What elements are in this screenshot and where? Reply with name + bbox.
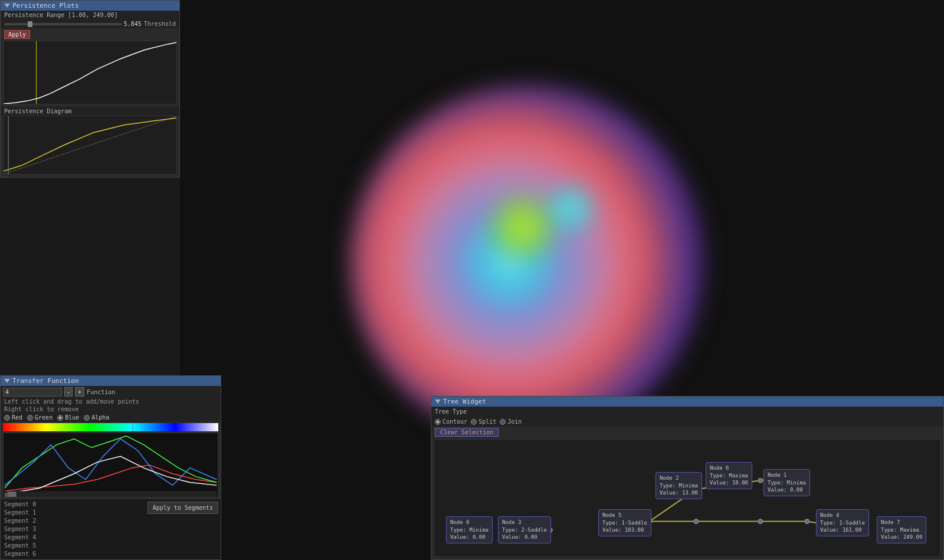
tf-channel-row: Red Green Blue Alpha xyxy=(1,413,221,422)
tf-radio-blue-circle xyxy=(57,415,63,421)
tf-blue-label: Blue xyxy=(65,414,79,421)
tf-title-bar: Transfer Function xyxy=(1,376,221,386)
tf-controls-row: - + Function xyxy=(1,386,221,398)
tf-title: Transfer Function xyxy=(12,377,79,385)
tf-graph-area[interactable] xyxy=(3,433,218,497)
tree-node-0[interactable]: Node 0 Type: Minima Value: 0.00 xyxy=(446,516,493,543)
persistence-plots-title: Persistence Plots xyxy=(12,2,79,9)
tree-widget-panel: Tree Widget Tree Type Contour Split Join… xyxy=(431,396,944,560)
tree-node-5[interactable]: Node 5 Type: 1-Saddle Value: 103.00 xyxy=(598,509,651,536)
tf-number-input[interactable] xyxy=(3,388,62,397)
tree-node-1[interactable]: Node 1 Type: Minima Value: 0.00 xyxy=(763,469,810,496)
tf-gradient-bar xyxy=(3,423,218,431)
tf-green-label: Green xyxy=(35,414,53,421)
list-item[interactable]: Segment 0 xyxy=(4,500,142,509)
threshold-slider[interactable] xyxy=(4,23,122,25)
svg-point-20 xyxy=(805,519,809,524)
tf-radio-green[interactable]: Green xyxy=(27,414,53,421)
threshold-value: 5.845 xyxy=(124,21,142,27)
persistence-curve-svg xyxy=(4,41,176,104)
threshold-slider-row: 5.845 Threshold xyxy=(1,19,179,28)
sphere-glow xyxy=(350,86,704,440)
tw-split-radio xyxy=(471,419,477,425)
tw-join-label: Join xyxy=(507,418,522,425)
list-item[interactable]: Segment 5 xyxy=(4,542,142,550)
tw-collapse-icon[interactable] xyxy=(435,399,441,404)
tw-split-label: Split xyxy=(478,418,496,425)
tf-radio-red-circle xyxy=(4,415,10,421)
tf-red-label: Red xyxy=(12,414,22,421)
persistence-curve-chart xyxy=(3,41,177,104)
tw-radio-row: Contour Split Join xyxy=(431,417,943,427)
list-item[interactable]: Segment 4 xyxy=(4,533,142,542)
volume-rendering xyxy=(350,86,704,440)
tf-plus-button[interactable]: + xyxy=(75,387,84,397)
persistence-diagram-chart xyxy=(3,116,177,175)
list-item[interactable]: Segment 1 xyxy=(4,509,142,517)
svg-point-16 xyxy=(694,519,699,524)
tw-tree-type-row: Tree Type xyxy=(431,407,943,417)
svg-point-19 xyxy=(758,478,763,483)
tf-gradient-marker xyxy=(132,423,133,431)
threshold-thumb[interactable] xyxy=(28,21,32,27)
tf-function-label: Function xyxy=(87,389,115,395)
tf-radio-alpha-circle xyxy=(84,415,90,421)
tf-radio-green-circle xyxy=(27,415,33,421)
tf-radio-blue[interactable]: Blue xyxy=(57,414,79,421)
tf-alpha-label: Alpha xyxy=(91,414,109,421)
svg-rect-4 xyxy=(8,492,17,497)
tw-radio-contour[interactable]: Contour xyxy=(435,418,467,425)
persistence-plots-title-bar: Persistence Plots xyxy=(1,1,179,11)
tree-node-3[interactable]: Node 3 Type: 2-Saddle Value: 0.00 xyxy=(498,516,551,543)
tf-minus-button[interactable]: - xyxy=(64,387,73,397)
apply-to-segments-button[interactable]: Apply to Segments xyxy=(148,502,218,514)
sphere-blob-cyan xyxy=(545,185,598,232)
transfer-function-panel: Transfer Function - + Function Left clic… xyxy=(0,375,221,560)
svg-rect-2 xyxy=(5,491,217,497)
tree-node-7[interactable]: Node 7 Type: Maxima Value: 249.00 xyxy=(877,516,926,543)
tf-segments-area: Segment 0 Segment 1 Segment 2 Segment 3 … xyxy=(1,499,221,559)
tw-title-bar: Tree Widget xyxy=(431,397,943,407)
persistence-range-label: Persistence Range [1.00, 249.00] xyxy=(4,12,118,18)
persistence-plots-panel: Persistence Plots Persistence Range [1.0… xyxy=(0,0,180,178)
tw-tree-type-label: Tree Type xyxy=(435,408,467,415)
svg-line-0 xyxy=(4,116,176,174)
list-item[interactable]: Segment 2 xyxy=(4,517,142,525)
list-item[interactable]: Segment 3 xyxy=(4,525,142,533)
tf-hint2: Right click to remove xyxy=(1,405,221,413)
tf-graph-svg xyxy=(4,433,218,497)
list-item[interactable]: Segment 6 xyxy=(4,550,142,558)
apply-button[interactable]: Apply xyxy=(4,30,30,39)
tf-collapse-icon[interactable] xyxy=(4,379,10,383)
tw-join-radio xyxy=(500,419,506,425)
clear-selection-button[interactable]: Clear Selection xyxy=(435,428,499,437)
tw-contour-radio xyxy=(435,419,441,425)
tw-radio-split[interactable]: Split xyxy=(471,418,496,425)
tree-node-6[interactable]: Node 6 Type: Maxima Value: 10.00 xyxy=(706,462,752,489)
svg-point-18 xyxy=(758,519,763,524)
tf-radio-red[interactable]: Red xyxy=(4,414,22,421)
tree-node-2[interactable]: Node 2 Type: Minima Value: 13.00 xyxy=(655,472,702,499)
persistence-diagram-label: Persistence Diagram xyxy=(1,107,179,116)
tf-radio-alpha[interactable]: Alpha xyxy=(84,414,109,421)
persistence-diagram-svg xyxy=(4,116,176,174)
tf-segments-list: Segment 0 Segment 1 Segment 2 Segment 3 … xyxy=(1,499,145,559)
tw-title: Tree Widget xyxy=(443,398,486,405)
tf-hint1: Left click and drag to add/move points xyxy=(1,398,221,405)
threshold-label: Threshold xyxy=(144,21,176,27)
persistence-range-row: Persistence Range [1.00, 249.00] xyxy=(1,11,179,19)
tw-contour-label: Contour xyxy=(442,418,467,425)
collapse-icon[interactable] xyxy=(4,4,10,8)
tw-radio-join[interactable]: Join xyxy=(500,418,522,425)
tree-node-4[interactable]: Node 4 Type: 1-Saddle Value: 161.00 xyxy=(816,509,869,536)
tw-graph-area[interactable]: Node 0 Type: Minima Value: 0.00 Node 3 T… xyxy=(434,439,941,557)
